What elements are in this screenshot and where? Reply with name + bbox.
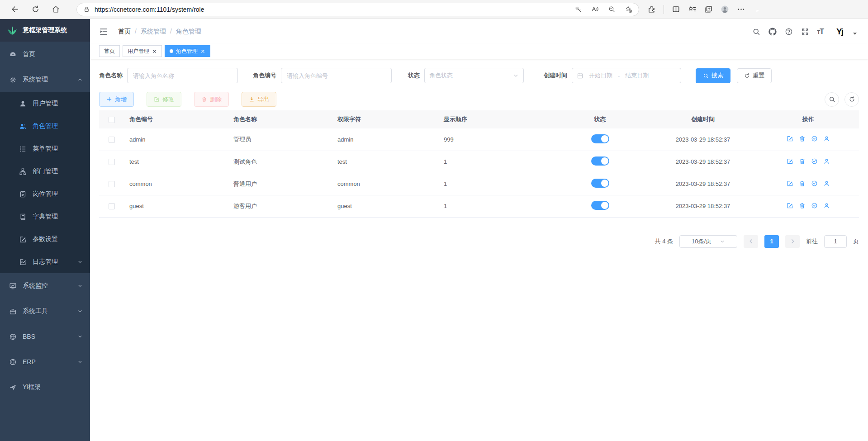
assign-user-icon[interactable]: [823, 158, 830, 165]
sidebar-item-menu-mgmt[interactable]: 菜单管理: [0, 138, 90, 160]
role-name-cell: 管理员: [228, 128, 332, 151]
edit-icon[interactable]: [787, 135, 793, 142]
goto-page-input[interactable]: [824, 235, 847, 248]
role-code-input[interactable]: [281, 68, 392, 83]
row-checkbox[interactable]: [109, 137, 115, 143]
sidebar-item-system-mgmt[interactable]: 系统管理: [0, 67, 90, 92]
profile-avatar[interactable]: [721, 5, 729, 14]
sidebar-item-param-settings[interactable]: 参数设置: [0, 228, 90, 251]
split-screen-icon[interactable]: [672, 5, 680, 14]
sidebar-item-dept-mgmt[interactable]: 部门管理: [0, 160, 90, 183]
status-toggle[interactable]: [591, 179, 609, 188]
delete-button[interactable]: 删除: [194, 92, 229, 107]
status-toggle[interactable]: [591, 156, 609, 166]
status-toggle[interactable]: [591, 201, 609, 210]
favorite-add-icon[interactable]: [625, 5, 632, 13]
created-cell: 2023-03-29 18:52:37: [649, 195, 757, 217]
github-icon[interactable]: [768, 28, 777, 36]
order-cell: 999: [438, 128, 551, 151]
edit-icon[interactable]: [787, 180, 793, 187]
lock-icon[interactable]: [83, 6, 90, 13]
tab-close-icon[interactable]: [152, 49, 157, 54]
edit-icon[interactable]: [787, 202, 793, 209]
zoom-out-icon[interactable]: [608, 5, 616, 13]
sidebar-item-system-monitor[interactable]: 系统监控: [0, 273, 90, 299]
sidebar-item-role-mgmt[interactable]: 角色管理: [0, 115, 90, 138]
check-circle-icon[interactable]: [811, 202, 818, 209]
tab-user-mgmt[interactable]: 用户管理: [123, 45, 162, 57]
search-button[interactable]: 搜索: [696, 68, 730, 83]
sidebar-item-dict-mgmt[interactable]: 字典管理: [0, 205, 90, 228]
breadcrumb-home[interactable]: 首页: [118, 28, 131, 36]
globe-icon: [9, 333, 17, 341]
assign-user-icon[interactable]: [823, 202, 830, 209]
row-checkbox[interactable]: [109, 159, 115, 165]
breadcrumb-system-mgmt[interactable]: 系统管理: [141, 28, 166, 36]
col-display-order: 显示顺序: [438, 110, 551, 128]
total-count: 共 4 条: [655, 237, 673, 246]
row-checkbox[interactable]: [109, 181, 115, 187]
assign-user-icon[interactable]: [823, 135, 830, 142]
check-circle-icon[interactable]: [811, 135, 818, 142]
sidebar-collapse-icon[interactable]: [99, 27, 108, 36]
role-name-input[interactable]: [127, 68, 238, 83]
check-circle-icon[interactable]: [811, 180, 818, 187]
sidebar-item-yi-framework[interactable]: Yi框架: [0, 375, 90, 400]
sidebar-item-bbs[interactable]: BBS: [0, 324, 90, 349]
favorites-icon[interactable]: [688, 5, 697, 14]
role-name-cell: 普通用户: [228, 173, 332, 195]
delete-icon[interactable]: [799, 158, 806, 165]
collections-icon[interactable]: [704, 5, 713, 14]
sidebar-item-home[interactable]: 首页: [0, 42, 90, 67]
sidebar-item-erp[interactable]: ERP: [0, 349, 90, 375]
select-all-checkbox[interactable]: [109, 117, 115, 123]
sidebar-item-log-mgmt[interactable]: 日志管理: [0, 251, 90, 273]
sidebar-item-system-tools[interactable]: 系统工具: [0, 299, 90, 324]
download-icon: [249, 96, 255, 102]
tab-role-mgmt[interactable]: 角色管理: [165, 45, 210, 57]
page-size-select[interactable]: 10条/页: [679, 235, 737, 248]
help-icon[interactable]: [785, 28, 793, 36]
delete-icon[interactable]: [799, 135, 806, 142]
modify-button[interactable]: 修改: [147, 92, 181, 107]
row-checkbox[interactable]: [109, 203, 115, 209]
read-aloud-icon[interactable]: [591, 5, 599, 13]
dashboard-icon: [9, 51, 17, 58]
delete-icon[interactable]: [799, 202, 806, 209]
address-bar[interactable]: https://ccnetcore.com:1101/system/role: [76, 3, 639, 16]
role-code-cell: common: [124, 173, 228, 195]
url-text[interactable]: https://ccnetcore.com:1101/system/role: [95, 6, 574, 13]
bing-icon[interactable]: [753, 5, 762, 14]
caret-down-icon[interactable]: [851, 29, 859, 38]
next-page-button[interactable]: [785, 235, 800, 248]
edit-icon[interactable]: [787, 158, 793, 165]
reset-button[interactable]: 重置: [737, 68, 772, 83]
refresh-icon[interactable]: [31, 5, 40, 14]
fullscreen-icon[interactable]: [801, 28, 809, 36]
delete-icon[interactable]: [799, 180, 806, 187]
user-logo[interactable]: Yj: [836, 27, 843, 37]
monitor-icon: [9, 282, 17, 290]
tab-home[interactable]: 首页: [99, 45, 120, 57]
status-toggle[interactable]: [591, 134, 609, 143]
back-icon[interactable]: [11, 5, 19, 14]
export-button[interactable]: 导出: [242, 92, 276, 107]
key-icon[interactable]: [574, 5, 582, 13]
more-icon[interactable]: [737, 5, 745, 14]
page-number-1[interactable]: 1: [764, 235, 779, 248]
search-icon[interactable]: [752, 28, 760, 36]
home-icon[interactable]: [52, 5, 60, 14]
date-range-picker[interactable]: 开始日期 - 结束日期: [572, 68, 681, 83]
sidebar-item-post-mgmt[interactable]: 岗位管理: [0, 183, 90, 205]
status-select[interactable]: 角色状态: [424, 68, 524, 83]
extensions-icon[interactable]: [647, 5, 656, 14]
font-size-icon[interactable]: TT: [817, 28, 824, 36]
prev-page-button[interactable]: [744, 235, 758, 248]
assign-user-icon[interactable]: [823, 180, 830, 187]
check-circle-icon[interactable]: [811, 158, 818, 165]
sidebar-item-user-mgmt[interactable]: 用户管理: [0, 92, 90, 115]
tab-close-icon[interactable]: [200, 49, 205, 54]
add-button[interactable]: 新增: [99, 92, 134, 107]
show-search-button[interactable]: [825, 92, 839, 107]
refresh-table-button[interactable]: [844, 92, 859, 107]
